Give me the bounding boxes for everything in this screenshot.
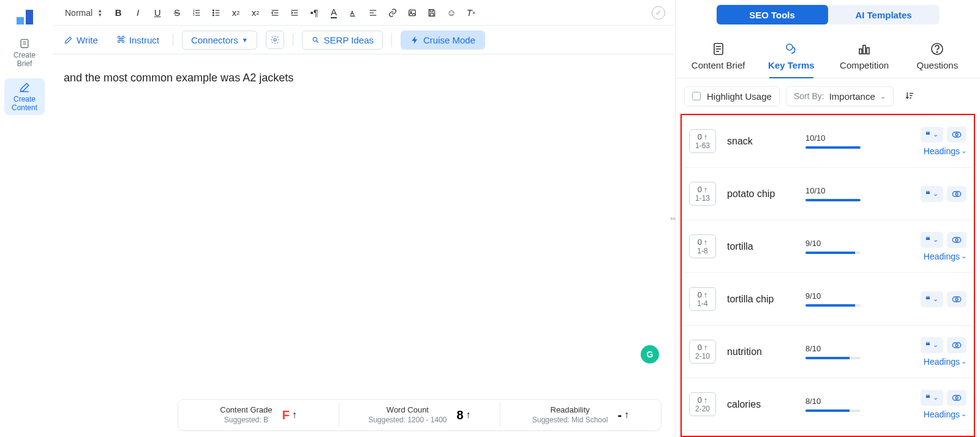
svg-rect-38 [859, 49, 862, 54]
paragraph-format-label: Normal [65, 8, 92, 18]
arrow-up-icon: ↑ [624, 409, 629, 420]
usage-count-box[interactable]: 0↑ 1-63 [689, 129, 716, 153]
readability-label: Readability [551, 405, 590, 415]
serp-ideas-button[interactable]: SERP Ideas [302, 31, 383, 50]
subtab-content-brief[interactable]: Content Brief [682, 38, 755, 78]
indent-icon[interactable] [287, 6, 302, 20]
headings-dropdown[interactable]: Headings⌄ [924, 357, 967, 367]
tab-ai-templates[interactable]: AI Templates [828, 5, 940, 24]
term-score: 8/10 [805, 344, 873, 359]
readability-suggested: Suggested: Mid School [532, 416, 608, 425]
usage-count-box[interactable]: 0↑ 2-10 [689, 340, 716, 364]
connectors-dropdown[interactable]: Connectors ▼ [182, 31, 257, 50]
emoji-icon[interactable]: ☺ [444, 6, 459, 20]
image-icon[interactable] [405, 6, 420, 20]
term-preview-button[interactable] [947, 232, 967, 248]
subtab-key-terms[interactable]: Key Terms [755, 38, 827, 78]
term-quote-dropdown[interactable]: ❝ ⌄ [921, 291, 943, 307]
quote-icon: ❝ [925, 130, 930, 140]
term-quote-dropdown[interactable]: ❝ ⌄ [921, 337, 943, 353]
highlight-color-icon[interactable] [346, 6, 361, 20]
headings-dropdown[interactable]: Headings⌄ [924, 409, 967, 419]
text-direction-icon[interactable]: •¶ [307, 6, 322, 20]
outdent-icon[interactable] [268, 6, 282, 20]
save-icon[interactable] [424, 6, 439, 20]
editor-area[interactable]: and the most common example was A2 jacke… [53, 54, 674, 437]
keyterms-icon [784, 42, 799, 56]
align-icon[interactable] [366, 6, 380, 20]
wordcount-suggested: Suggested: 1200 - 1400 [368, 416, 447, 425]
highlight-usage-checkbox[interactable]: Highlight Usage [684, 86, 780, 106]
subscript-icon[interactable]: x2 [228, 6, 243, 20]
svg-rect-40 [867, 48, 869, 54]
preview-icon [952, 296, 962, 303]
sort-direction-button[interactable] [900, 86, 919, 106]
term-preview-button[interactable] [947, 186, 967, 202]
svg-point-10 [213, 12, 214, 13]
italic-icon[interactable]: I [130, 6, 145, 20]
svg-rect-48 [952, 192, 960, 196]
instruct-button[interactable]: ⌘ Instruct [111, 31, 164, 48]
subtab-competition[interactable]: Competition [828, 38, 901, 78]
term-quote-dropdown[interactable]: ❝ ⌄ [921, 186, 943, 202]
chevron-down-icon: ⌄ [933, 130, 938, 138]
clear-format-icon[interactable]: T× [464, 6, 478, 20]
chevron-down-icon: ⌄ [961, 252, 967, 260]
text-color-icon[interactable]: A [326, 6, 341, 20]
unordered-list-icon[interactable] [209, 6, 224, 20]
headings-dropdown[interactable]: Headings⌄ [924, 252, 967, 261]
bold-icon[interactable]: B [111, 6, 126, 20]
write-button[interactable]: Write [59, 32, 103, 48]
sortby-value: Importance [829, 91, 875, 102]
usage-count-box[interactable]: 0↑ 1-4 [689, 287, 716, 311]
term-row: 0↑ 1-4 tortilla chip 9/10 ❝ ⌄ [682, 273, 974, 326]
app-logo[interactable] [11, 5, 38, 27]
svg-rect-28 [430, 9, 433, 11]
headings-dropdown[interactable]: Headings⌄ [924, 146, 967, 156]
quote-icon: ❝ [925, 189, 930, 199]
svg-rect-46 [952, 132, 960, 137]
ordered-list-icon[interactable]: 123 [189, 6, 204, 20]
create-content-button[interactable]: Create Content [4, 78, 45, 115]
term-preview-button[interactable] [947, 337, 967, 353]
link-icon[interactable] [385, 6, 400, 20]
usage-count-box[interactable]: 0↑ 1-8 [689, 234, 716, 258]
cruise-mode-button[interactable]: Cruise Mode [401, 31, 485, 50]
svg-rect-29 [430, 13, 433, 16]
term-preview-button[interactable] [947, 390, 967, 406]
term-row: 0↑ 1-13 potato chip 10/10 ❝ ⌄ [682, 168, 974, 220]
svg-point-57 [956, 397, 958, 399]
paragraph-format-select[interactable]: Normal ▲▼ [61, 6, 106, 20]
subtab-questions[interactable]: Questions [901, 38, 974, 78]
term-quote-dropdown[interactable]: ❝ ⌄ [921, 127, 943, 143]
content-grade-stat[interactable]: Content Grade Suggested: B F↑ [178, 403, 339, 427]
arrow-up-icon: ↑ [704, 132, 708, 141]
arrow-up-icon: ↑ [704, 237, 708, 247]
readability-stat[interactable]: Readability Suggested: Mid School -↑ [500, 403, 661, 427]
term-quote-dropdown[interactable]: ❝ ⌄ [921, 232, 943, 248]
usage-count-box[interactable]: 0↑ 1-13 [689, 182, 716, 206]
term-quote-dropdown[interactable]: ❝ ⌄ [921, 390, 943, 406]
underline-icon[interactable]: U [150, 6, 165, 20]
wordcount-label: Word Count [386, 405, 429, 415]
arrow-up-icon: ↑ [466, 409, 471, 420]
grammarly-badge[interactable]: G [641, 345, 659, 364]
grade-value: F [282, 408, 290, 422]
word-count-stat[interactable]: Word Count Suggested: 1200 - 1400 8↑ [339, 403, 500, 427]
usage-count-box[interactable]: 0↑ 2-20 [689, 392, 716, 416]
settings-button[interactable] [266, 31, 284, 49]
term-name: potato chip [727, 189, 794, 200]
command-icon: ⌘ [116, 34, 126, 45]
tab-seo-tools[interactable]: SEO Tools [717, 5, 828, 24]
strikethrough-icon[interactable]: S [170, 6, 184, 20]
term-preview-button[interactable] [947, 127, 967, 143]
chevron-down-icon: ⌄ [961, 357, 967, 365]
chevron-down-icon: ⌄ [961, 410, 967, 418]
competition-icon [857, 42, 872, 56]
preview-icon [952, 190, 962, 198]
term-preview-button[interactable] [947, 291, 967, 307]
superscript-icon[interactable]: x2 [248, 6, 263, 20]
status-check-icon[interactable]: ✓ [652, 6, 665, 20]
sort-by-dropdown[interactable]: Sort By: Importance ⌄ [786, 86, 894, 106]
create-brief-button[interactable]: Create Brief [4, 34, 45, 71]
